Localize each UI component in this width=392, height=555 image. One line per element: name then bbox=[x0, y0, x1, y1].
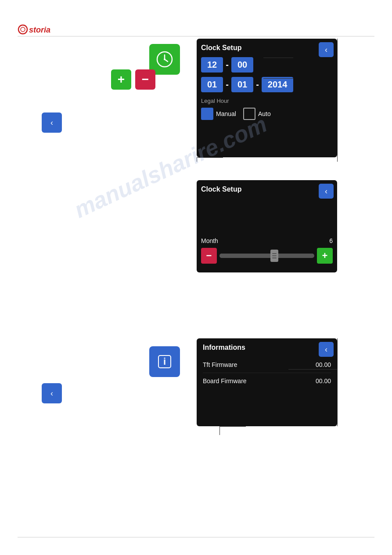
time-row: 12 - 00 bbox=[201, 57, 333, 73]
board-firmware-row: Board Firmware 00.00 bbox=[203, 373, 331, 389]
connector-line-time bbox=[263, 58, 293, 58]
clock-panel-1-back-button[interactable]: ‹ bbox=[319, 42, 334, 57]
chevron-left-icon-panel1: ‹ bbox=[325, 46, 327, 54]
minus-button[interactable]: − bbox=[135, 69, 155, 90]
connector-line-info-bottom bbox=[219, 426, 246, 427]
back-button-3[interactable]: ‹ bbox=[42, 383, 62, 403]
svg-text:i: i bbox=[163, 356, 166, 367]
plus-button[interactable]: + bbox=[111, 69, 131, 90]
slider-value: 6 bbox=[329, 237, 333, 244]
time-separator-1: - bbox=[226, 60, 229, 70]
bottom-divider bbox=[18, 537, 374, 537]
logo-text: storia bbox=[18, 27, 57, 38]
slider-area: Month 6 − + bbox=[201, 237, 333, 264]
month-box[interactable]: 01 bbox=[231, 77, 253, 92]
chevron-left-icon-3: ‹ bbox=[50, 389, 53, 397]
slider-plus-button[interactable]: + bbox=[317, 248, 333, 264]
clock-icon bbox=[156, 51, 173, 68]
minutes-box[interactable]: 00 bbox=[231, 57, 253, 73]
connector-line-tft bbox=[288, 369, 337, 370]
info-icon-button[interactable]: i bbox=[149, 346, 180, 377]
connector-line-info-right bbox=[337, 338, 338, 426]
clock-panel-2-back-button[interactable]: ‹ bbox=[319, 184, 334, 199]
clock-setup-panel-1: Clock Setup ‹ 12 - 00 01 - 01 - 2014 Leg… bbox=[197, 39, 337, 157]
svg-text:storia: storia bbox=[29, 25, 50, 34]
chevron-left-icon: ‹ bbox=[50, 119, 53, 127]
slider-minus-button[interactable]: − bbox=[201, 248, 217, 264]
board-firmware-label: Board Firmware bbox=[203, 377, 247, 385]
top-divider bbox=[18, 36, 374, 36]
chevron-left-icon-panel2: ‹ bbox=[325, 187, 327, 195]
slider-thumb-grip bbox=[272, 253, 277, 258]
grip-line-2 bbox=[272, 255, 277, 256]
board-firmware-value: 00.00 bbox=[316, 377, 331, 385]
auto-label: Auto bbox=[258, 110, 271, 117]
connector-line-date bbox=[263, 78, 293, 79]
manual-checkbox[interactable] bbox=[201, 108, 213, 120]
date-row: 01 - 01 - 2014 bbox=[201, 77, 333, 92]
informations-panel: Informations ‹ Tft Firmware 00.00 Board … bbox=[197, 338, 337, 426]
slider-thumb[interactable] bbox=[270, 250, 278, 262]
tft-firmware-row: Tft Firmware 00.00 bbox=[203, 357, 331, 373]
svg-point-0 bbox=[18, 25, 27, 34]
manual-label: Manual bbox=[216, 110, 236, 117]
slider-labels: Month 6 bbox=[201, 237, 333, 244]
day-box[interactable]: 01 bbox=[201, 77, 223, 92]
manual-option[interactable]: Manual bbox=[201, 108, 236, 120]
date-separator-2: - bbox=[256, 80, 259, 90]
legal-hour-row: Manual Auto bbox=[201, 108, 333, 120]
chevron-left-icon-info: ‹ bbox=[325, 345, 327, 353]
svg-point-6 bbox=[164, 58, 165, 60]
legal-hour-label: Legal Hour bbox=[201, 98, 333, 104]
connector-line-bottom-left bbox=[197, 157, 223, 158]
date-separator-1: - bbox=[226, 80, 229, 90]
slider-container: − + bbox=[201, 248, 333, 264]
clock-setup-panel-2: Clock Setup ‹ Month 6 − bbox=[197, 180, 337, 272]
auto-option[interactable]: Auto bbox=[243, 108, 271, 120]
connector-line-bottom-v bbox=[197, 157, 197, 162]
clock-panel-2-title: Clock Setup bbox=[201, 185, 333, 194]
info-panel-back-button[interactable]: ‹ bbox=[319, 342, 334, 357]
slider-fill bbox=[219, 254, 277, 258]
connector-line-info-bottom-v bbox=[219, 426, 220, 435]
tft-firmware-value: 00.00 bbox=[316, 361, 331, 368]
hours-box[interactable]: 12 bbox=[201, 57, 223, 73]
grip-line-3 bbox=[272, 258, 277, 258]
auto-checkbox[interactable] bbox=[243, 108, 255, 120]
info-icon: i bbox=[156, 353, 173, 370]
grip-line-1 bbox=[272, 253, 277, 254]
info-panel-title: Informations bbox=[203, 343, 331, 352]
slider-label: Month bbox=[201, 237, 218, 244]
tft-firmware-label: Tft Firmware bbox=[203, 361, 237, 368]
slider-track[interactable] bbox=[219, 254, 314, 258]
back-button-1[interactable]: ‹ bbox=[42, 112, 62, 133]
clock-panel-1-title: Clock Setup bbox=[201, 43, 333, 53]
connector-line-right bbox=[337, 39, 338, 162]
year-box[interactable]: 2014 bbox=[262, 77, 294, 92]
svg-point-1 bbox=[21, 27, 25, 32]
